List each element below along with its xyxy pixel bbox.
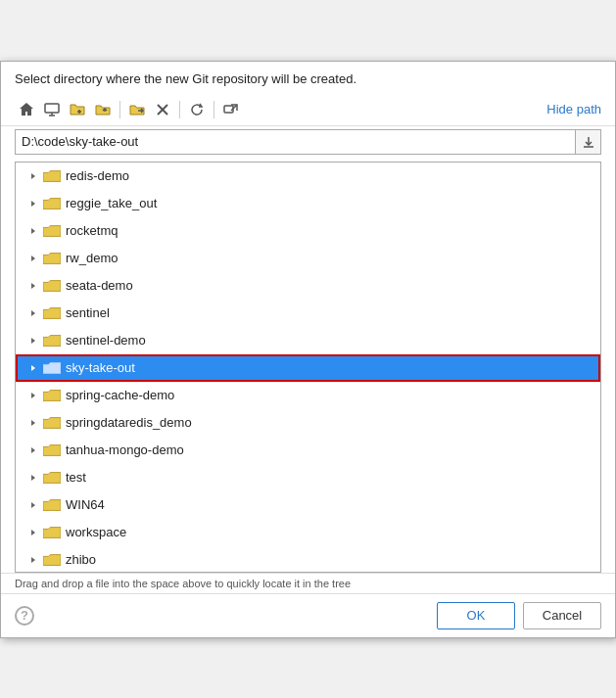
tree-item[interactable]: workspace <box>16 519 600 546</box>
svg-marker-15 <box>31 228 35 234</box>
git-directory-dialog: Select directory where the new Git repos… <box>0 61 616 638</box>
link-button[interactable] <box>219 98 243 121</box>
toolbar-separator-2 <box>179 101 180 118</box>
svg-marker-13 <box>31 173 35 179</box>
tree-expand-arrow[interactable] <box>25 525 41 540</box>
tree-item-label: reggie_take_out <box>66 196 157 210</box>
svg-marker-23 <box>31 447 35 453</box>
svg-rect-0 <box>45 104 59 113</box>
folder-icon <box>43 416 61 430</box>
svg-marker-18 <box>31 310 35 316</box>
tree-item[interactable]: springdataredis_demo <box>16 409 600 437</box>
tree-item-label: springdataredis_demo <box>66 415 192 430</box>
tree-item[interactable]: seata-demo <box>16 272 600 300</box>
folder-icon <box>43 334 61 348</box>
tree-expand-arrow[interactable] <box>25 305 41 321</box>
tree-item-label: spring-cache-demo <box>66 388 174 402</box>
tree-item[interactable]: tanhua-mongo-demo <box>16 437 600 464</box>
folder-icon <box>43 361 61 375</box>
svg-marker-19 <box>31 338 35 344</box>
tree-expand-arrow[interactable] <box>25 388 41 403</box>
tree-item[interactable]: rocketmq <box>16 217 600 245</box>
tree-item-label: zhibo <box>66 552 96 567</box>
svg-marker-21 <box>31 393 35 398</box>
tree-item-label: rocketmq <box>66 223 118 238</box>
tree-item[interactable]: WIN64 <box>16 491 600 519</box>
folder-icon <box>43 306 61 320</box>
tree-item-label: sentinel <box>66 305 110 320</box>
tree-item[interactable]: test <box>16 464 600 491</box>
path-input[interactable] <box>15 129 576 155</box>
tree-item[interactable]: sky-take-out <box>16 354 600 382</box>
folder-icon <box>43 279 61 293</box>
ok-button[interactable]: OK <box>437 602 515 629</box>
footer-left: ? <box>15 606 429 626</box>
svg-marker-25 <box>31 502 35 508</box>
tree-item-label: tanhua-mongo-demo <box>66 442 184 457</box>
svg-marker-22 <box>31 420 35 426</box>
tree-item-label: sentinel-demo <box>66 333 146 348</box>
tree-expand-arrow[interactable] <box>25 196 41 211</box>
tree-expand-arrow[interactable] <box>25 333 41 349</box>
dialog-footer: ? OK Cancel <box>1 593 615 637</box>
header-text: Select directory where the new Git repos… <box>15 71 601 86</box>
tree-item[interactable]: sentinel-demo <box>16 327 600 354</box>
tree-item[interactable]: spring-cache-demo <box>16 382 600 409</box>
svg-marker-27 <box>31 557 35 563</box>
svg-marker-16 <box>31 256 35 261</box>
folder-icon <box>43 471 61 485</box>
folder-icon <box>43 526 61 539</box>
svg-marker-20 <box>31 365 35 371</box>
tree-expand-arrow[interactable] <box>25 442 41 458</box>
tree-item-label: WIN64 <box>66 497 105 512</box>
tree-item[interactable]: rw_demo <box>16 245 600 272</box>
cancel-button[interactable]: Cancel <box>523 602 601 629</box>
tree-item-label: sky-take-out <box>66 360 135 375</box>
svg-marker-14 <box>31 201 35 207</box>
svg-marker-26 <box>31 530 35 535</box>
dialog-header: Select directory where the new Git repos… <box>1 62 615 94</box>
folder-icon <box>43 443 61 457</box>
tree-expand-arrow[interactable] <box>25 223 41 239</box>
new-folder-button[interactable] <box>66 98 89 121</box>
tree-expand-arrow[interactable] <box>25 552 41 568</box>
folder-icon <box>43 224 61 238</box>
drag-hint: Drag and drop a file into the space abov… <box>1 573 615 593</box>
svg-marker-24 <box>31 475 35 481</box>
tree-expand-arrow[interactable] <box>25 470 41 486</box>
desktop-button[interactable] <box>40 98 64 121</box>
toolbar-separator-3 <box>213 101 214 118</box>
path-bar <box>15 126 601 158</box>
folder-icon <box>43 197 61 210</box>
tree-container[interactable]: redis-demoreggie_take_outrocketmqrw_demo… <box>15 162 601 573</box>
tree-item-label: test <box>66 470 86 485</box>
folder-icon <box>43 553 61 567</box>
tree-expand-arrow[interactable] <box>25 360 41 376</box>
tree-expand-arrow[interactable] <box>25 251 41 266</box>
folder-move-button[interactable] <box>125 98 149 121</box>
toolbar-separator-1 <box>119 101 120 118</box>
folder-icon <box>43 252 61 265</box>
tree-item[interactable]: redis-demo <box>16 163 600 190</box>
tree-item-label: redis-demo <box>66 168 129 183</box>
tree-item[interactable]: sentinel <box>16 300 600 327</box>
refresh-button[interactable] <box>185 98 209 121</box>
folder-icon <box>43 498 61 512</box>
tree-item[interactable]: reggie_take_out <box>16 190 600 217</box>
tree-expand-arrow[interactable] <box>25 278 41 294</box>
home-button[interactable] <box>15 98 38 121</box>
hide-path-link[interactable]: Hide path <box>546 102 601 116</box>
tree-item-label: workspace <box>66 525 126 539</box>
folder-icon <box>43 389 61 402</box>
help-button[interactable]: ? <box>15 606 34 626</box>
tree-expand-arrow[interactable] <box>25 168 41 184</box>
tree-expand-arrow[interactable] <box>25 415 41 431</box>
delete-button[interactable] <box>151 98 174 121</box>
tree-item-label: rw_demo <box>66 251 118 265</box>
folder-icon <box>43 169 61 183</box>
tree-item[interactable]: zhibo <box>16 546 600 573</box>
folder-up-button[interactable] <box>91 98 115 121</box>
path-download-button[interactable] <box>576 129 601 155</box>
toolbar: Hide path <box>1 94 615 126</box>
tree-expand-arrow[interactable] <box>25 497 41 513</box>
